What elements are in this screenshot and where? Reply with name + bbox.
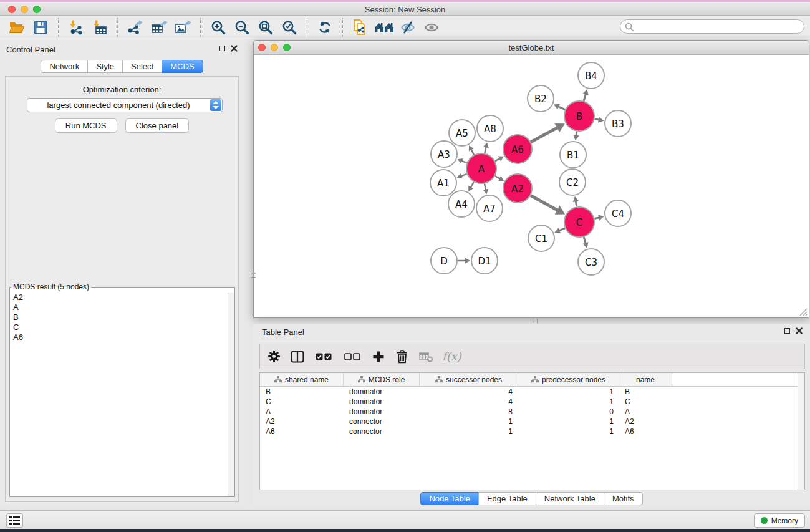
zoom-in-button[interactable] <box>206 17 230 37</box>
zoom-fit-button[interactable] <box>254 17 277 37</box>
delete-table-button[interactable] <box>418 349 433 364</box>
edge-A-A3[interactable] <box>457 158 466 163</box>
apply-preferred-layout-button[interactable] <box>313 17 337 37</box>
create-column-button[interactable] <box>371 349 386 364</box>
mcds-result-item[interactable]: A2 <box>11 293 227 302</box>
edge-A-A4[interactable] <box>468 182 474 191</box>
tab-select[interactable]: Select <box>122 60 162 73</box>
zoom-selected-button[interactable] <box>277 17 301 37</box>
table-cell[interactable]: A <box>260 407 344 416</box>
export-image-button[interactable] <box>171 17 195 37</box>
search-input[interactable] <box>635 21 800 32</box>
save-session-button[interactable] <box>29 17 52 37</box>
node-A[interactable]: A <box>466 153 496 183</box>
node-C1[interactable]: C1 <box>528 225 554 251</box>
open-session-button[interactable] <box>5 17 29 37</box>
mcds-result-list[interactable]: A2ABCA6 <box>11 293 227 496</box>
table-cell[interactable]: A6 <box>619 427 672 436</box>
table-cell[interactable]: 1 <box>518 387 619 396</box>
edge-A-A6[interactable] <box>495 157 504 162</box>
node-A3[interactable]: A3 <box>431 141 457 167</box>
table-row[interactable]: Bdominator41B <box>260 387 804 397</box>
table-cell[interactable]: B <box>260 387 344 396</box>
table-cell[interactable]: 1 <box>518 417 619 426</box>
table-cell[interactable]: dominator <box>344 387 420 396</box>
node-B1[interactable]: B1 <box>560 142 586 168</box>
show-selected-button[interactable] <box>420 17 443 37</box>
edge-B-B3[interactable] <box>595 117 604 122</box>
edge-B-B4[interactable] <box>582 89 588 101</box>
edge-C-C1[interactable] <box>554 228 565 233</box>
memory-button[interactable]: Memory <box>754 513 805 528</box>
tab-network-table[interactable]: Network Table <box>536 492 604 505</box>
edge-B-B1[interactable] <box>573 132 579 141</box>
table-cell[interactable]: dominator <box>344 407 420 416</box>
edge-C-C2[interactable] <box>573 196 579 207</box>
tab-network[interactable]: Network <box>41 60 88 73</box>
table-cell[interactable]: A2 <box>619 417 672 426</box>
edge-A-A1[interactable] <box>457 173 467 178</box>
float-panel-icon[interactable] <box>784 328 790 334</box>
node-C4[interactable]: C4 <box>605 200 631 226</box>
node-A2[interactable]: A2 <box>503 174 532 203</box>
search-box[interactable] <box>620 19 804 34</box>
run-mcds-button[interactable]: Run MCDS <box>55 118 117 133</box>
tab-motifs[interactable]: Motifs <box>604 492 643 505</box>
node-D[interactable]: D <box>431 248 457 274</box>
node-B3[interactable]: B3 <box>605 110 631 137</box>
unselect-all-columns-button[interactable] <box>342 349 362 364</box>
edge-A2-C[interactable] <box>531 195 565 214</box>
table-cell[interactable]: B <box>619 387 672 396</box>
table-cell[interactable]: C <box>260 397 344 406</box>
table-cell[interactable]: 4 <box>420 397 518 406</box>
edge-C-C3[interactable] <box>582 237 588 248</box>
table-cell[interactable]: dominator <box>344 397 420 406</box>
table-cell[interactable]: 1 <box>420 417 518 426</box>
mcds-result-item[interactable]: B <box>11 312 227 322</box>
table-cell[interactable]: 1 <box>420 427 518 436</box>
table-row[interactable]: Adominator80A <box>260 407 804 417</box>
edge-A-A8[interactable] <box>483 142 489 153</box>
export-table-button[interactable] <box>147 17 171 37</box>
hide-selected-button[interactable] <box>396 17 420 37</box>
horizontal-splitter-handle[interactable] <box>527 319 543 323</box>
column-header-predecessor-nodes[interactable]: predecessor nodes <box>518 373 619 386</box>
node-B4[interactable]: B4 <box>578 62 604 89</box>
table-cell[interactable]: 4 <box>420 387 518 396</box>
node-A1[interactable]: A1 <box>430 170 456 196</box>
node-C3[interactable]: C3 <box>578 249 604 275</box>
node-A4[interactable]: A4 <box>448 191 475 217</box>
node-B2[interactable]: B2 <box>528 85 554 112</box>
export-network-button[interactable] <box>123 17 147 37</box>
mcds-result-scrollbar[interactable] <box>228 293 234 496</box>
zoom-out-button[interactable] <box>230 17 254 37</box>
network-canvas[interactable]: B4B2BB3A8A5A6A3B1AA1C2A2A4A7C4CC1C3DD1 <box>254 55 809 317</box>
resize-grip-icon[interactable] <box>798 307 808 316</box>
column-header-mcds-role[interactable]: MCDS role <box>344 373 420 386</box>
node-D1[interactable]: D1 <box>471 248 498 274</box>
table-cell[interactable]: connector <box>344 417 420 426</box>
vertical-splitter-handle[interactable] <box>251 267 256 283</box>
delete-columns-button[interactable] <box>395 349 410 364</box>
show-all-networks-button[interactable] <box>372 17 396 37</box>
show-column-button[interactable] <box>290 349 305 364</box>
table-scrollbar[interactable] <box>798 373 804 490</box>
table-cell[interactable]: 8 <box>420 407 518 416</box>
close-panel-icon[interactable] <box>796 327 803 334</box>
import-network-from-file-button[interactable] <box>64 17 88 37</box>
float-panel-icon[interactable] <box>219 46 225 51</box>
mcds-result-item[interactable]: C <box>11 322 227 332</box>
close-panel-icon[interactable] <box>231 45 238 52</box>
table-cell[interactable]: A6 <box>260 427 344 436</box>
network-graph[interactable]: B4B2BB3A8A5A6A3B1AA1C2A2A4A7C4CC1C3DD1 <box>254 55 809 317</box>
function-builder-button[interactable]: f(x) <box>442 349 461 364</box>
node-A5[interactable]: A5 <box>449 120 475 146</box>
table-cell[interactable]: 1 <box>518 427 619 436</box>
tab-node-table[interactable]: Node Table <box>420 492 479 505</box>
mcds-result-item[interactable]: A <box>11 302 227 312</box>
table-cell[interactable]: 0 <box>518 407 619 416</box>
select-all-columns-button[interactable] <box>314 349 334 364</box>
node-C[interactable]: C <box>564 207 594 237</box>
table-row[interactable]: Cdominator41C <box>260 397 804 407</box>
table-options-button[interactable] <box>266 349 281 364</box>
